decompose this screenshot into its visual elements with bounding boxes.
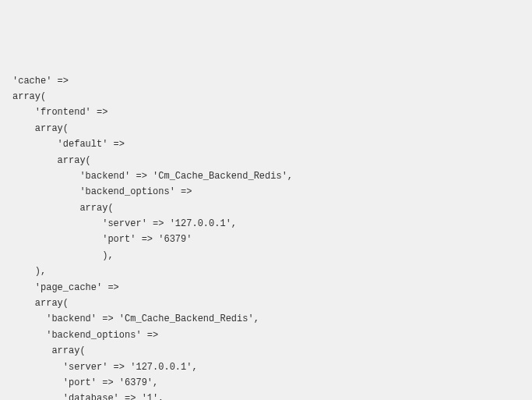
code-line: 'frontend' => <box>12 107 107 118</box>
code-line: 'backend_options' => <box>12 186 192 197</box>
code-line: 'backend' => 'Cm_Cache_Backend_Redis', <box>12 171 293 182</box>
code-line: 'cache' => <box>12 76 69 87</box>
code-line: array( <box>12 123 69 134</box>
code-line: array( <box>12 155 91 166</box>
code-line: 'port' => '6379' <box>12 234 192 245</box>
code-line: array( <box>12 203 114 214</box>
code-line: 'server' => '127.0.0.1', <box>12 218 237 229</box>
code-line: ), <box>12 250 114 261</box>
code-snippet: 'cache' => array( 'frontend' => array( '… <box>12 73 520 400</box>
code-line: array( <box>12 345 86 356</box>
code-line: array( <box>12 91 46 102</box>
code-line: 'backend_options' => <box>12 330 158 341</box>
code-line: 'backend' => 'Cm_Cache_Backend_Redis', <box>12 313 259 324</box>
code-line: 'default' => <box>12 139 125 150</box>
code-line: ), <box>12 266 46 277</box>
code-line: array( <box>12 298 69 309</box>
code-line: 'port' => '6379', <box>12 377 158 388</box>
code-line: 'page_cache' => <box>12 282 119 293</box>
code-line: 'database' => '1', <box>12 393 164 400</box>
code-line: 'server' => '127.0.0.1', <box>12 362 198 373</box>
